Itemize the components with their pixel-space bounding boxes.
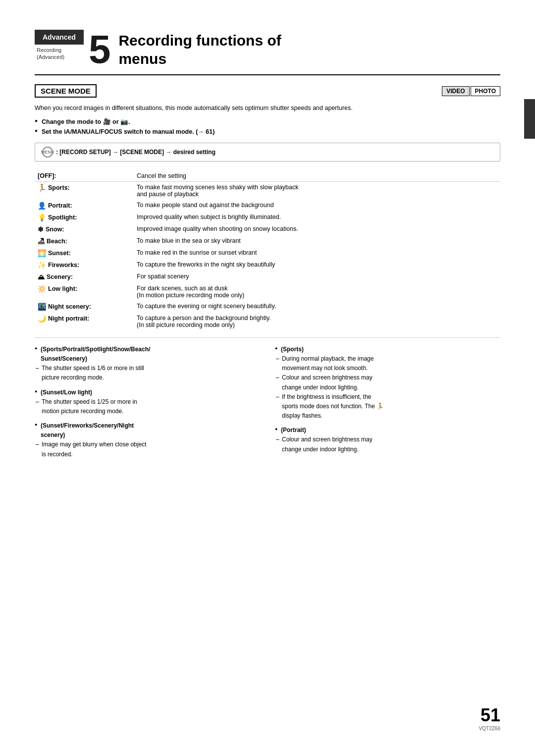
page-number: 51 [481, 705, 500, 726]
intro-text: When you record images in different situ… [35, 104, 500, 113]
setting-desc-off: Cancel the setting [134, 170, 500, 182]
setting-label-beach: 🏖 Beach: [35, 235, 134, 247]
menu-instruction-text: : [RECORD SETUP] → [SCENE MODE] → desire… [56, 149, 215, 156]
setting-desc-sunset: To make red in the sunrise or sunset vib… [134, 247, 500, 259]
spotlight-icon: 💡 [38, 214, 46, 221]
setting-label-nightscenery: 🌃 Night scenery: [35, 301, 134, 313]
table-row: 🏖 Beach: To make blue in the sea or sky … [35, 235, 500, 247]
mode-badges: VIDEO PHOTO [442, 86, 500, 96]
portrait-icon: 👤 [38, 202, 46, 210]
note-bullet-2a: The shutter speed is 1/25 or more inmoti… [35, 397, 260, 416]
chapter-title: Recording functions ofmenus [118, 31, 281, 68]
menu-circle-icon: MENU [42, 147, 53, 158]
bullet-item-2: Set the iA/MANUAL/FOCUS switch to manual… [35, 127, 500, 137]
note-title-sports: (Sports) [275, 345, 500, 354]
setting-desc-beach: To make blue in the sea or sky vibrant [134, 235, 500, 247]
note-title-portrait: (Portrait) [275, 426, 500, 435]
table-row: 🏃 Sports: To make fast moving scenes les… [35, 181, 500, 200]
advanced-column: Advanced Recording(Advanced) [35, 30, 84, 69]
setting-desc-spotlight: Improved quality when subject is brightl… [134, 212, 500, 223]
bottom-notes: (Sports/Portrait/Spotlight/Snow/Beach/Su… [35, 337, 500, 464]
table-row: ❄ Snow: Improved image quality when shoo… [35, 223, 500, 235]
setting-desc-scenery: For spatial scenery [134, 271, 500, 283]
note-sunset-fireworks: (Sunset/Fireworks/Scenery/Nightscenery) … [35, 421, 260, 459]
notes-right-column: (Sports) During normal playback, the ima… [275, 345, 500, 464]
bullet-item-1: Change the mode to 🎥 or 📷. [35, 117, 500, 127]
page-number-section: 51 VQT2Z66 [479, 705, 500, 731]
menu-instruction-box: MENU : [RECORD SETUP] → [SCENE MODE] → d… [35, 143, 500, 162]
lowlight-icon: 🔆 [38, 285, 46, 293]
recording-label: Recording(Advanced) [35, 45, 84, 61]
chapter-number: 5 [89, 30, 111, 69]
table-row: ✨ Fireworks: To capture the fireworks in… [35, 259, 500, 271]
beach-icon: 🏖 [38, 237, 45, 245]
note-portrait-bullet-1: Colour and screen brightness maychange u… [275, 435, 500, 454]
setting-label-fireworks: ✨ Fireworks: [35, 259, 134, 271]
note-sunset-lowlight: (Sunset/Low light) The shutter speed is … [35, 388, 260, 417]
setting-label-off: [OFF]: [35, 170, 134, 182]
setting-label-snow: ❄ Snow: [35, 223, 134, 235]
table-row: 🔆 Low light: For dark scenes, such as at… [35, 283, 500, 301]
sunset-icon: 🌅 [38, 249, 46, 257]
nightportrait-icon: 🌙 [38, 315, 46, 323]
table-row: 👤 Portrait: To make people stand out aga… [35, 200, 500, 212]
advanced-banner: Advanced [35, 30, 84, 45]
note-sports-bullet-2: Colour and screen brightness maychange u… [275, 373, 500, 392]
settings-table: [OFF]: Cancel the setting 🏃 Sports: To m… [35, 170, 500, 330]
fireworks-icon: ✨ [38, 261, 46, 269]
scenery-icon: ⛰ [38, 273, 45, 281]
setting-label-sports: 🏃 Sports: [35, 181, 134, 200]
setting-desc-nightscenery: To capture the evening or night scenery … [134, 301, 500, 313]
photo-badge: PHOTO [471, 86, 500, 96]
page-container: Advanced Recording(Advanced) 5 Recording… [0, 0, 535, 756]
chapter-area: 5 Recording functions ofmenus [84, 30, 500, 69]
setting-label-spotlight: 💡 Spotlight: [35, 212, 134, 223]
setting-label-scenery: ⛰ Scenery: [35, 271, 134, 283]
note-sports-right: (Sports) During normal playback, the ima… [275, 345, 500, 421]
setting-desc-nightportrait: To capture a person and the background b… [134, 313, 500, 330]
note-bullet-1a: The shutter speed is 1/6 or more in stil… [35, 364, 260, 382]
note-bullet-3a: Image may get blurry when close objectis… [35, 440, 260, 459]
note-title-1: (Sports/Portrait/Spotlight/Snow/Beach/Su… [35, 345, 260, 364]
page-code: VQT2Z66 [479, 726, 500, 731]
scene-mode-row: SCENE MODE VIDEO PHOTO [35, 84, 500, 98]
setting-label-nightportrait: 🌙 Night portrait: [35, 313, 134, 330]
table-row: [OFF]: Cancel the setting [35, 170, 500, 182]
setting-desc-snow: Improved image quality when shooting on … [134, 223, 500, 235]
chapter-tab [524, 99, 535, 139]
note-title-3: (Sunset/Fireworks/Scenery/Nightscenery) [35, 421, 260, 440]
header-area: Advanced Recording(Advanced) 5 Recording… [35, 30, 500, 69]
note-portrait-right: (Portrait) Colour and screen brightness … [275, 426, 500, 454]
title-rule [35, 74, 500, 75]
sports-icon: 🏃 [38, 184, 46, 192]
notes-left-column: (Sports/Portrait/Spotlight/Snow/Beach/Su… [35, 345, 260, 464]
setting-desc-portrait: To make people stand out against the bac… [134, 200, 500, 212]
note-sports-bullet-1: During normal playback, the imagemovemen… [275, 354, 500, 373]
video-badge: VIDEO [442, 86, 469, 96]
instruction-bullets: Change the mode to 🎥 or 📷. Set the iA/MA… [35, 117, 500, 137]
note-title-2: (Sunset/Low light) [35, 388, 260, 397]
setting-desc-lowlight: For dark scenes, such as at dusk(In moti… [134, 283, 500, 301]
setting-label-sunset: 🌅 Sunset: [35, 247, 134, 259]
table-row: 🌙 Night portrait: To capture a person an… [35, 313, 500, 330]
note-sports-bullet-3: If the brightness is insufficient, thesp… [275, 392, 500, 421]
table-row: 💡 Spotlight: Improved quality when subje… [35, 212, 500, 223]
snow-icon: ❄ [38, 225, 44, 233]
setting-desc-fireworks: To capture the fireworks in the night sk… [134, 259, 500, 271]
table-row: 🌅 Sunset: To make red in the sunrise or … [35, 247, 500, 259]
setting-desc-sports: To make fast moving scenes less shaky wi… [134, 181, 500, 200]
scene-mode-title: SCENE MODE [35, 84, 97, 98]
setting-label-lowlight: 🔆 Low light: [35, 283, 134, 301]
table-row: ⛰ Scenery: For spatial scenery [35, 271, 500, 283]
nightscenery-icon: 🌃 [38, 303, 46, 311]
note-sports-portrait: (Sports/Portrait/Spotlight/Snow/Beach/Su… [35, 345, 260, 383]
table-row: 🌃 Night scenery: To capture the evening … [35, 301, 500, 313]
setting-label-portrait: 👤 Portrait: [35, 200, 134, 212]
